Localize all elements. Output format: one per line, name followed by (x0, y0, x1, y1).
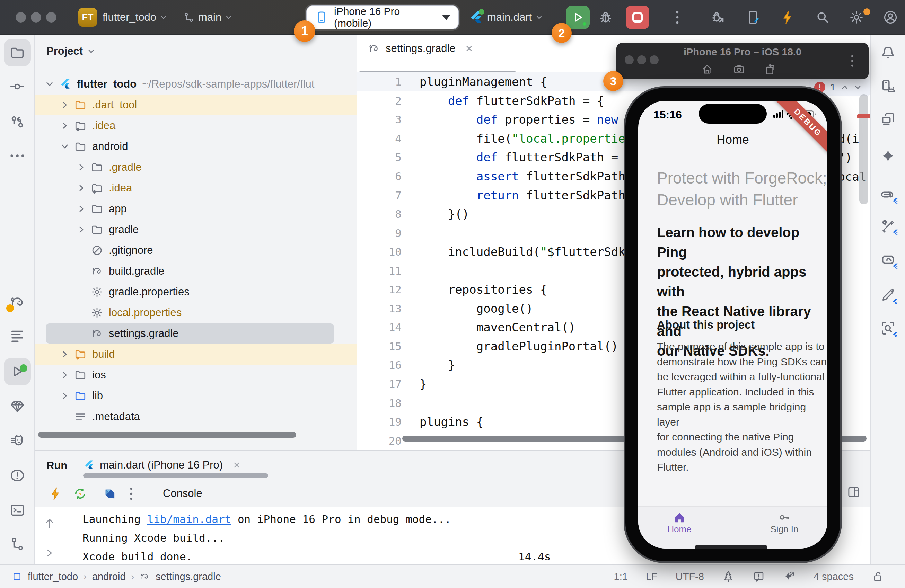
hot-reload-button[interactable] (780, 10, 795, 25)
running-devices-button[interactable] (880, 111, 896, 127)
tree-chevron-icon[interactable] (60, 142, 69, 151)
tree-row[interactable]: android (35, 136, 357, 157)
run-more-options-button[interactable] (129, 487, 134, 501)
inspections-message-icon[interactable] (753, 571, 765, 583)
vcs-branch-widget[interactable]: main (183, 0, 232, 35)
terminal-tool-button[interactable] (10, 502, 25, 518)
tree-horizontal-scrollbar[interactable] (38, 432, 296, 438)
settings-button[interactable] (849, 10, 864, 25)
line-separator-widget[interactable]: LF (646, 571, 657, 582)
tree-row[interactable]: gradle (35, 219, 357, 240)
scroll-to-top-icon[interactable] (43, 517, 56, 530)
tree-row[interactable]: .gitignore (35, 240, 357, 261)
tree-chevron-icon[interactable] (77, 225, 86, 234)
sim-home-button[interactable] (701, 63, 713, 76)
tree-chevron-icon[interactable] (60, 121, 69, 130)
tree-chevron-icon[interactable] (60, 391, 69, 400)
tab-home[interactable]: Home (652, 511, 707, 535)
app-screen[interactable]: 15:16 DEBUG Home Protect with ForgeRock;… (638, 101, 827, 548)
attach-debugger-button[interactable] (710, 10, 726, 25)
sim-more-button[interactable] (851, 51, 854, 71)
prev-error-icon[interactable] (841, 83, 849, 92)
run-tab[interactable]: main.dart (iPhone 16 Pro) (83, 459, 241, 471)
breadcrumb-file[interactable]: settings.gradle (156, 571, 221, 582)
tree-row[interactable]: .dart_tool (35, 95, 357, 115)
tree-row[interactable]: ios (35, 365, 357, 385)
device-selector[interactable]: iPhone 16 Pro (mobile) (306, 5, 459, 29)
window-zoom-button[interactable] (46, 12, 57, 22)
gemini-ai-button[interactable] (880, 148, 896, 164)
logcat-tool-button[interactable] (10, 433, 25, 449)
close-tab-icon[interactable] (465, 44, 474, 53)
tree-chevron-icon[interactable] (60, 350, 69, 359)
project-switcher[interactable]: flutter_todo (103, 0, 167, 35)
expand-icon[interactable] (44, 548, 55, 558)
stop-button[interactable] (626, 6, 649, 29)
hot-restart-icon-button[interactable] (73, 487, 87, 501)
hot-reload-icon-button[interactable] (49, 487, 63, 501)
editor-vertical-scrollbar[interactable] (859, 94, 868, 204)
flutter-outline-button[interactable] (880, 287, 896, 303)
tree-row[interactable]: .idea (35, 115, 357, 136)
device-manager-button[interactable] (880, 79, 896, 95)
editor-tab-settings-gradle[interactable]: settings.gradle (368, 42, 474, 55)
more-tool-windows-button[interactable] (10, 154, 25, 158)
tree-row[interactable]: settings.gradle (35, 323, 357, 344)
search-everywhere-button[interactable] (815, 10, 830, 25)
tree-row[interactable]: .gradle (35, 157, 357, 178)
console-tab-label[interactable]: Console (163, 487, 202, 500)
next-error-icon[interactable] (854, 83, 862, 92)
ai-assistant-disabled-icon[interactable] (783, 571, 795, 583)
tree-chevron-icon[interactable] (60, 371, 69, 380)
tree-chevron-icon[interactable] (60, 100, 69, 109)
encoding-widget[interactable]: UTF-8 (676, 571, 704, 582)
breadcrumb-folder[interactable]: android (92, 571, 126, 582)
tree-row[interactable]: .metadata (35, 406, 357, 427)
project-tool-button[interactable] (10, 45, 25, 60)
tree-chevron-icon[interactable] (77, 204, 86, 213)
caret-position-widget[interactable]: 1:1 (614, 571, 628, 582)
tree-chevron-icon[interactable] (45, 80, 54, 89)
run-button[interactable] (566, 6, 590, 29)
tree-chevron-icon[interactable] (77, 184, 86, 193)
git-tool-button[interactable] (10, 536, 25, 552)
more-actions-button[interactable] (675, 10, 680, 25)
flutter-coverage-button[interactable] (880, 252, 896, 268)
close-run-tab-icon[interactable] (232, 461, 241, 469)
window-close-button[interactable] (16, 12, 26, 22)
tree-chevron-icon[interactable] (77, 163, 86, 172)
panel-layout-button[interactable] (847, 485, 861, 499)
simulator-titlebar[interactable]: iPhone 16 Pro – iOS 18.0 (616, 43, 868, 79)
tree-row[interactable]: build.gradle (35, 261, 357, 282)
tab-sign-in[interactable]: Sign In (757, 511, 812, 535)
run-configuration-selector[interactable]: main.dart (468, 0, 543, 35)
flutter-inspector-button[interactable] (880, 320, 896, 336)
home-indicator[interactable] (695, 545, 767, 548)
flutter-device-tools-button[interactable] (746, 10, 761, 25)
notifications-bell-button[interactable] (880, 45, 896, 60)
problems-tool-button[interactable] (10, 468, 25, 483)
tree-row[interactable]: lib (35, 385, 357, 406)
pull-requests-tool-button[interactable] (10, 114, 25, 130)
breadcrumb-project[interactable]: flutter_todo (28, 571, 78, 582)
indent-widget[interactable]: 4 spaces (813, 571, 854, 582)
tree-row[interactable]: build (35, 344, 357, 365)
tree-row[interactable]: gradle.properties (35, 282, 357, 302)
window-minimize-button[interactable] (31, 12, 41, 22)
tree-row[interactable]: app (35, 198, 357, 219)
gradle-tool-button[interactable] (8, 293, 26, 311)
debug-button[interactable] (598, 10, 613, 25)
project-panel-header[interactable]: Project (46, 45, 95, 57)
sim-screenshot-button[interactable] (733, 63, 745, 76)
flutter-tools-button[interactable] (880, 218, 896, 234)
unlock-icon[interactable] (872, 571, 884, 583)
open-devtools-button[interactable] (103, 487, 117, 501)
structure-tool-button[interactable] (10, 328, 25, 344)
run-tool-button[interactable] (10, 364, 25, 380)
dart-analysis-tool-button[interactable] (10, 398, 25, 414)
tree-row[interactable]: .idea (35, 178, 357, 198)
sim-rotate-button[interactable] (764, 63, 776, 76)
project-icon-badge[interactable]: FT (78, 8, 97, 27)
pine-tree-icon[interactable] (722, 571, 735, 583)
tree-row[interactable]: local.properties (35, 302, 357, 323)
